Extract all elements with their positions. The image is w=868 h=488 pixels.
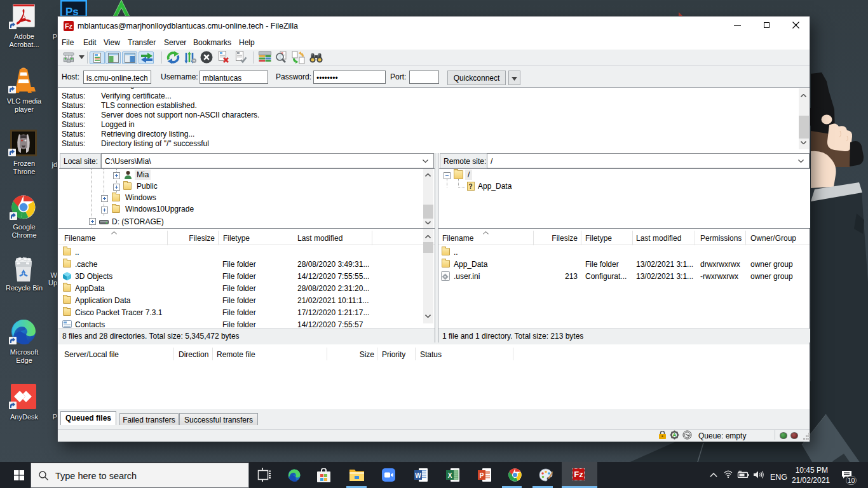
svg-text:P: P [480, 472, 484, 479]
svg-text:A: A [673, 432, 677, 438]
svg-text:?: ? [468, 183, 472, 190]
svg-text:X: X [448, 472, 452, 479]
svg-text:W: W [415, 472, 421, 479]
